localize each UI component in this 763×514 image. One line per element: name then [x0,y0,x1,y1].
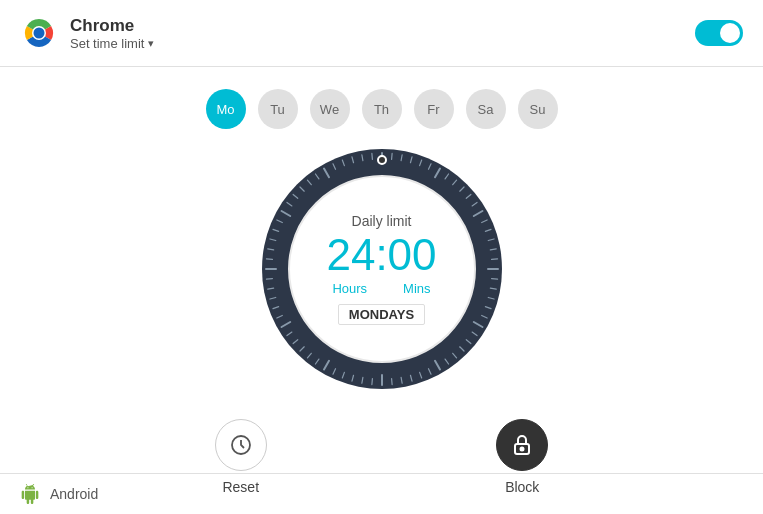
day-saturday[interactable]: Sa [466,89,506,129]
svg-line-5 [401,155,402,161]
svg-line-58 [266,259,272,260]
day-tuesday[interactable]: Tu [258,89,298,129]
svg-line-52 [276,315,281,318]
svg-line-43 [342,372,344,378]
svg-line-20 [491,259,497,260]
svg-line-56 [266,279,272,280]
clock-inner-circle: Daily limit 24:00 Hours Mins MONDAYS [288,175,476,363]
svg-line-24 [488,297,494,299]
day-friday[interactable]: Fr [414,89,454,129]
block-icon [510,433,534,457]
clock-dot [377,155,387,165]
reset-icon-circle [215,419,267,471]
svg-line-17 [485,229,491,231]
day-name-label: MONDAYS [338,304,425,325]
svg-line-4 [391,153,392,159]
svg-line-8 [428,164,431,169]
svg-line-61 [272,229,278,231]
footer: Android [0,473,763,514]
svg-line-41 [361,377,362,383]
day-thursday[interactable]: Th [362,89,402,129]
block-icon-circle [496,419,548,471]
svg-line-42 [351,375,353,381]
svg-line-18 [488,239,494,241]
day-monday[interactable]: Mo [206,89,246,129]
svg-line-36 [410,375,412,381]
svg-line-62 [276,220,281,223]
chevron-down-icon: ▾ [148,37,154,50]
days-row: Mo Tu We Th Fr Sa Su [0,67,763,139]
svg-line-72 [351,157,353,163]
svg-line-6 [410,157,412,163]
svg-line-40 [371,379,372,385]
svg-line-73 [361,155,362,161]
svg-line-38 [391,379,392,385]
header-left: Chrome Set time limit ▾ [20,14,154,52]
svg-line-55 [267,288,273,289]
chrome-logo-icon [20,14,58,52]
set-time-limit-label: Set time limit [70,36,144,51]
svg-line-71 [342,160,344,166]
day-sunday[interactable]: Su [518,89,558,129]
time-display: 24:00 [326,233,436,277]
svg-line-34 [428,369,431,374]
svg-line-37 [401,377,402,383]
svg-line-74 [371,153,372,159]
hours-label: Hours [332,281,367,296]
svg-line-70 [332,164,335,169]
svg-line-53 [272,307,278,309]
svg-line-35 [419,372,421,378]
svg-line-23 [490,288,496,289]
svg-line-59 [267,249,273,250]
mins-label: Mins [403,281,430,296]
day-wednesday[interactable]: We [310,89,350,129]
svg-line-19 [490,249,496,250]
clock-area: Daily limit 24:00 Hours Mins MONDAYS [0,139,763,389]
svg-line-22 [491,279,497,280]
svg-point-77 [521,448,524,451]
svg-point-2 [34,28,45,39]
enable-toggle[interactable] [695,20,743,46]
svg-line-44 [332,369,335,374]
set-time-limit-button[interactable]: Set time limit ▾ [70,36,154,51]
app-header: Chrome Set time limit ▾ [0,0,763,67]
time-units: Hours Mins [332,281,430,296]
svg-line-25 [485,307,491,309]
android-icon [20,484,40,504]
clock-container[interactable]: Daily limit 24:00 Hours Mins MONDAYS [262,149,502,389]
svg-line-54 [269,297,275,299]
app-title: Chrome [70,16,154,36]
svg-line-16 [481,220,486,223]
svg-line-7 [419,160,421,166]
header-text: Chrome Set time limit ▾ [70,16,154,51]
reset-icon [229,433,253,457]
svg-line-60 [269,239,275,241]
daily-limit-label: Daily limit [352,213,412,229]
svg-line-26 [481,315,486,318]
platform-label: Android [50,486,98,502]
